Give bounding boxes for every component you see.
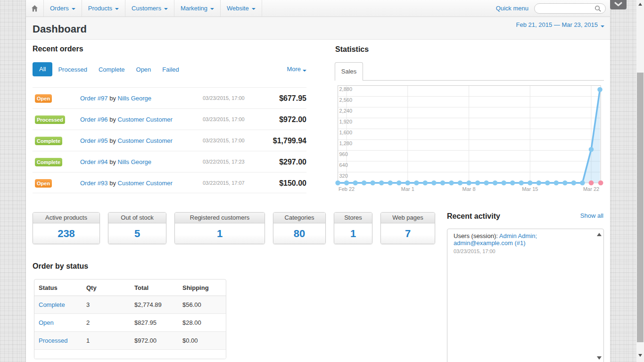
svg-text:1,920: 1,920 — [339, 119, 353, 124]
svg-text:960: 960 — [339, 151, 348, 157]
svg-text:2,880: 2,880 — [339, 86, 353, 92]
svg-text:640: 640 — [339, 162, 348, 168]
svg-text:Mar 15: Mar 15 — [522, 186, 538, 192]
svg-text:Feb 22: Feb 22 — [339, 186, 355, 192]
svg-text:Mar 8: Mar 8 — [462, 186, 476, 192]
svg-text:2,240: 2,240 — [339, 108, 353, 114]
svg-text:320: 320 — [339, 173, 348, 179]
svg-text:2,560: 2,560 — [339, 97, 353, 103]
svg-text:Mar 22: Mar 22 — [583, 186, 599, 192]
svg-text:1,280: 1,280 — [339, 140, 353, 146]
svg-text:Mar 1: Mar 1 — [401, 186, 414, 192]
svg-text:1,600: 1,600 — [339, 130, 353, 135]
